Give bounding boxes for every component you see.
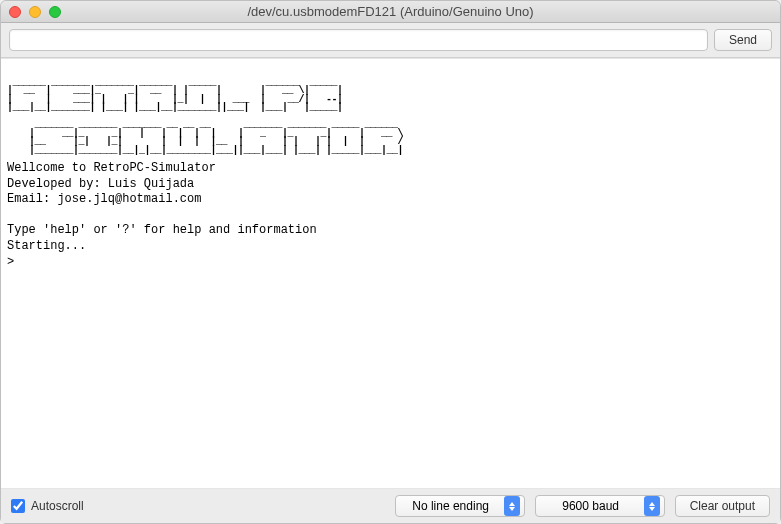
traffic-lights bbox=[9, 6, 61, 18]
console-line-welcome: Wellcome to RetroPC-Simulator bbox=[7, 161, 216, 175]
console-output[interactable]: ______ _______ _______ ______ _____ ____… bbox=[1, 58, 780, 489]
console-line-starting: Starting... bbox=[7, 239, 86, 253]
window-title: /dev/cu.usbmodemFD121 (Arduino/Genuino U… bbox=[1, 4, 780, 19]
console-prompt: > bbox=[7, 255, 14, 269]
autoscroll-label: Autoscroll bbox=[31, 499, 84, 513]
send-button[interactable]: Send bbox=[714, 29, 772, 51]
autoscroll-toggle[interactable]: Autoscroll bbox=[11, 499, 385, 513]
autoscroll-checkbox[interactable] bbox=[11, 499, 25, 513]
ascii-banner: ______ _______ _______ ______ _____ ____… bbox=[7, 79, 774, 156]
stepper-arrows-icon bbox=[644, 496, 660, 516]
maximize-button[interactable] bbox=[49, 6, 61, 18]
close-button[interactable] bbox=[9, 6, 21, 18]
baud-rate-value: 9600 baud bbox=[544, 499, 638, 513]
serial-monitor-window: /dev/cu.usbmodemFD121 (Arduino/Genuino U… bbox=[0, 0, 781, 524]
toolbar: Send bbox=[1, 23, 780, 58]
baud-rate-select[interactable]: 9600 baud bbox=[535, 495, 665, 517]
titlebar[interactable]: /dev/cu.usbmodemFD121 (Arduino/Genuino U… bbox=[1, 1, 780, 23]
line-ending-select[interactable]: No line ending bbox=[395, 495, 525, 517]
console-line-developed: Developed by: Luis Quijada bbox=[7, 177, 194, 191]
console-line-help: Type 'help' or '?' for help and informat… bbox=[7, 223, 317, 237]
clear-output-button[interactable]: Clear output bbox=[675, 495, 770, 517]
line-ending-value: No line ending bbox=[404, 499, 498, 513]
statusbar: Autoscroll No line ending 9600 baud Clea… bbox=[1, 489, 780, 523]
stepper-arrows-icon bbox=[504, 496, 520, 516]
console-line-email: Email: jose.jlq@hotmail.com bbox=[7, 192, 201, 206]
command-input[interactable] bbox=[9, 29, 708, 51]
minimize-button[interactable] bbox=[29, 6, 41, 18]
